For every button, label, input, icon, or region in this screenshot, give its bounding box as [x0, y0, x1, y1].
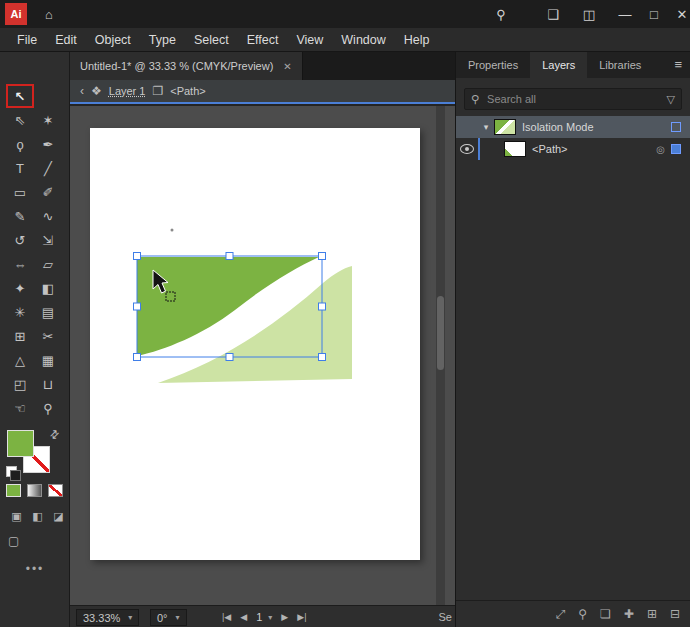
selection-handle[interactable]	[226, 354, 233, 361]
selection-handle[interactable]	[134, 354, 141, 361]
live-paint-bucket-tool[interactable]: ⊔	[34, 372, 62, 396]
menu-select[interactable]: Select	[185, 28, 238, 52]
scrollbar-thumb[interactable]	[437, 296, 444, 370]
menu-file[interactable]: File	[8, 28, 46, 52]
fill-swatch[interactable]	[7, 430, 34, 457]
shaper-tool[interactable]: ∿	[34, 204, 62, 228]
selection-indicator-filled[interactable]	[671, 144, 681, 154]
close-button[interactable]: ✕	[671, 4, 690, 24]
layers-search-input[interactable]	[485, 92, 660, 106]
selection-tool[interactable]: ↖	[6, 84, 34, 108]
draw-inside-icon[interactable]: ◪	[48, 510, 69, 523]
back-arrow-icon[interactable]: ‹	[80, 84, 84, 98]
locate-object-icon[interactable]: ⚲	[578, 607, 587, 621]
rectangle-tool[interactable]: ▭	[6, 180, 34, 204]
magic-wand-tool[interactable]: ✶	[34, 108, 62, 132]
artboard[interactable]	[90, 128, 420, 560]
selection-handle[interactable]	[226, 253, 233, 260]
artboard-number-field[interactable]: 1 ▾	[256, 611, 272, 623]
selection-handle[interactable]	[134, 303, 141, 310]
selection-handle[interactable]	[319, 253, 326, 260]
visibility-column[interactable]	[456, 116, 478, 138]
artboard-tool[interactable]: ⊞	[6, 324, 34, 348]
tab-properties[interactable]: Properties	[456, 52, 530, 78]
canvas-area[interactable]	[70, 106, 455, 605]
breadcrumb-layer[interactable]: Layer 1	[109, 85, 146, 97]
selection-handle[interactable]	[134, 253, 141, 260]
document-tab[interactable]: Untitled-1* @ 33.33 % (CMYK/Preview) ✕	[70, 52, 303, 80]
menu-type[interactable]: Type	[140, 28, 185, 52]
menu-object[interactable]: Object	[86, 28, 140, 52]
selection-indicator-hollow[interactable]	[671, 122, 681, 132]
workspace-switcher-icon[interactable]: ❑	[542, 4, 564, 24]
tab-libraries[interactable]: Libraries	[587, 52, 653, 78]
target-circle-icon[interactable]: ◎	[656, 144, 665, 155]
pencil-tool[interactable]: ✎	[6, 204, 34, 228]
breadcrumb-path[interactable]: <Path>	[170, 85, 205, 97]
previous-artboard-button[interactable]: ◀	[240, 612, 247, 622]
lasso-tool[interactable]: ϙ	[6, 132, 34, 156]
free-transform-tool[interactable]: ▱	[34, 252, 62, 276]
layer-thumbnail[interactable]	[504, 141, 526, 157]
type-tool[interactable]: T	[6, 156, 34, 180]
layer-label[interactable]: Isolation Mode	[522, 121, 594, 133]
layer-row-path[interactable]: <Path> ◎	[456, 138, 690, 160]
hand-tool[interactable]: ☜	[6, 396, 34, 420]
first-artboard-button[interactable]: |◀	[222, 612, 231, 622]
menu-view[interactable]: View	[287, 28, 332, 52]
vertical-scrollbar[interactable]	[436, 106, 445, 605]
selection-handle[interactable]	[319, 303, 326, 310]
tab-layers[interactable]: Layers	[530, 52, 587, 78]
swap-fill-stroke-icon[interactable]: ⇄	[47, 427, 63, 443]
zoom-tool[interactable]: ⚲	[34, 396, 62, 420]
search-icon[interactable]: ⚲	[490, 4, 512, 24]
delete-layer-icon[interactable]: ⊟	[670, 607, 680, 621]
app-icon[interactable]: Ai	[5, 3, 27, 25]
mesh-tool[interactable]: ▦	[34, 348, 62, 372]
menu-help[interactable]: Help	[395, 28, 439, 52]
scale-tool[interactable]: ⇲	[34, 228, 62, 252]
next-artboard-button[interactable]: ▶	[281, 612, 288, 622]
expand-chevron-icon[interactable]: ▾	[478, 122, 494, 132]
selection-handle[interactable]	[319, 354, 326, 361]
none-button[interactable]	[48, 484, 63, 497]
column-graph-tool[interactable]: ▤	[34, 300, 62, 324]
default-fill-stroke-icon[interactable]	[6, 466, 17, 477]
direct-selection-tool[interactable]: ⇖	[6, 108, 34, 132]
draw-normal-icon[interactable]: ▣	[6, 510, 27, 523]
edit-toolbar-icon[interactable]: •••	[0, 562, 70, 576]
color-button[interactable]	[6, 484, 21, 497]
collect-export-icon[interactable]: ⤢	[556, 607, 566, 621]
rotation-dropdown[interactable]: 0° ▾	[150, 609, 187, 626]
menu-window[interactable]: Window	[332, 28, 394, 52]
panel-menu-icon[interactable]: ≡	[674, 52, 682, 78]
width-tool[interactable]: ⇔	[6, 252, 34, 276]
layer-row-isolation-mode[interactable]: ▾ Isolation Mode	[456, 116, 690, 138]
arrange-documents-icon[interactable]: ◫	[578, 4, 600, 24]
paintbrush-tool[interactable]: ✐	[34, 180, 62, 204]
gradient-button[interactable]	[27, 484, 42, 497]
visibility-toggle[interactable]	[456, 138, 478, 160]
draw-behind-icon[interactable]: ◧	[27, 510, 48, 523]
tab-close-icon[interactable]: ✕	[283, 61, 291, 72]
menu-edit[interactable]: Edit	[46, 28, 86, 52]
slice-tool[interactable]: ✂	[34, 324, 62, 348]
menu-effect[interactable]: Effect	[238, 28, 288, 52]
new-layer-icon[interactable]: ⊞	[647, 607, 657, 621]
new-sublayer-icon[interactable]: ✚	[624, 607, 634, 621]
symbol-sprayer-tool[interactable]: ✳	[6, 300, 34, 324]
last-artboard-button[interactable]: ▶|	[297, 612, 306, 622]
screen-mode-icon[interactable]: ▢	[8, 534, 19, 548]
perspective-grid-tool[interactable]: △	[6, 348, 34, 372]
eyedropper-tool[interactable]: ✦	[6, 276, 34, 300]
line-segment-tool[interactable]: ╱	[34, 156, 62, 180]
layer-label[interactable]: <Path>	[532, 143, 567, 155]
blend-tool[interactable]: ◧	[34, 276, 62, 300]
filter-icon[interactable]: ▽	[667, 93, 675, 106]
rotate-tool[interactable]: ↺	[6, 228, 34, 252]
shape-builder-tool[interactable]: ◰	[6, 372, 34, 396]
zoom-dropdown[interactable]: 33.33% ▾	[76, 609, 139, 626]
maximize-button[interactable]: □	[643, 4, 665, 24]
layer-thumbnail[interactable]	[494, 119, 516, 135]
home-icon[interactable]: ⌂	[38, 4, 60, 24]
